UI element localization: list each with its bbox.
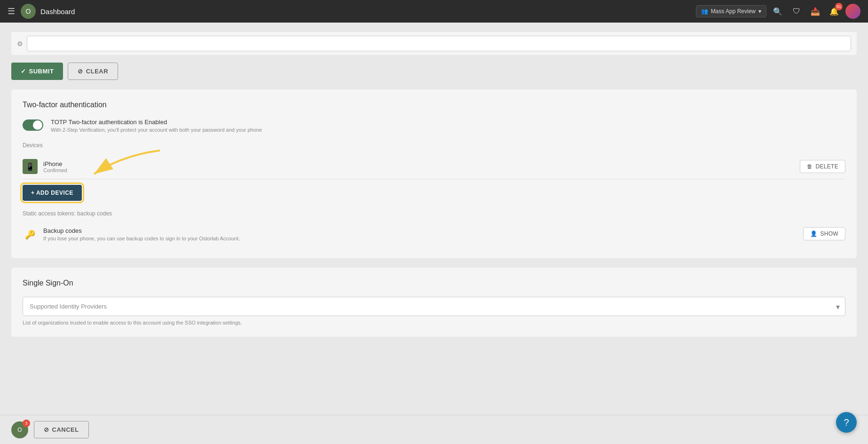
shield-button[interactable]: 🛡 [789, 4, 804, 19]
main-content: ⚙ ✓ SUBMIT ⊘ CLEAR Two-factor authentica… [0, 23, 868, 444]
backup-title: Backup codes [43, 227, 803, 234]
backup-codes-row: 🔑 Backup codes If you lose your phone, y… [23, 222, 845, 247]
sso-title: Single Sign-On [23, 279, 845, 287]
delete-device-button[interactable]: 🗑 DELETE [800, 160, 845, 173]
sso-select-wrapper: Supported Identity Providers ▾ [23, 297, 845, 316]
device-icon: 📱 [23, 159, 38, 174]
show-backup-button[interactable]: 👤 SHOW [803, 227, 845, 240]
mass-review-label: Mass App Review [711, 8, 756, 15]
toggle-text: TOTP Two-factor authentication is Enable… [51, 119, 262, 133]
backup-key-icon: 🔑 [23, 227, 38, 242]
clear-button[interactable]: ⊘ CLEAR [68, 63, 118, 80]
device-info: iPhone Confirmed [43, 160, 800, 173]
action-buttons: ✓ SUBMIT ⊘ CLEAR [11, 63, 857, 80]
inbox-button[interactable]: 📥 [808, 4, 823, 19]
help-button[interactable]: ? [836, 412, 857, 433]
mass-review-icon: 👥 [701, 8, 708, 15]
device-row: 📱 iPhone Confirmed 🗑 DELETE [23, 154, 845, 179]
mass-review-chevron-icon: ▾ [758, 8, 761, 15]
bottom-logo-text: O [17, 427, 22, 433]
show-label: SHOW [820, 230, 838, 237]
add-device-button[interactable]: + ADD DEVICE [23, 185, 82, 201]
notification-badge: 91 [835, 3, 843, 10]
identity-providers-select[interactable]: Supported Identity Providers [23, 297, 845, 316]
search-button[interactable]: 🔍 [770, 4, 785, 19]
backup-desc: If you lose your phone, you can use back… [43, 236, 803, 241]
nav-right-controls: 👥 Mass App Review ▾ 🔍 🛡 📥 🔔 91 [696, 4, 860, 19]
mass-app-review-button[interactable]: 👥 Mass App Review ▾ [696, 5, 766, 17]
shield-icon: 🛡 [793, 7, 800, 16]
cancel-label: CANCEL [52, 426, 79, 433]
toggle-desc: With 2-Step Verification, you'll protect… [51, 127, 262, 133]
backup-info: Backup codes If you lose your phone, you… [43, 227, 803, 241]
device-status: Confirmed [43, 167, 800, 173]
sso-section: Single Sign-On Supported Identity Provid… [11, 268, 857, 337]
bottom-badge: 3 [23, 420, 30, 427]
search-icon: 🔍 [773, 7, 782, 16]
nav-title: Dashboard [40, 8, 696, 16]
cancel-circle-icon: ⊘ [44, 426, 49, 433]
bottom-logo: O 3 [11, 421, 28, 438]
totp-toggle-row: TOTP Two-factor authentication is Enable… [23, 119, 845, 133]
submit-button[interactable]: ✓ SUBMIT [11, 63, 63, 80]
clear-circle-icon: ⊘ [78, 68, 83, 75]
hamburger-menu-icon[interactable]: ☰ [8, 6, 15, 16]
top-input-area: ⚙ [11, 32, 857, 55]
delete-icon: 🗑 [807, 163, 813, 170]
user-avatar[interactable] [845, 4, 860, 19]
totp-toggle[interactable] [23, 119, 43, 131]
add-device-label: + ADD DEVICE [31, 190, 73, 196]
static-tokens-label: Static access tokens: backup codes [23, 210, 845, 217]
main-input[interactable] [27, 36, 851, 51]
input-icon: ⚙ [17, 40, 23, 48]
device-name: iPhone [43, 160, 800, 167]
submit-check-icon: ✓ [21, 68, 26, 75]
inbox-icon: 📥 [811, 7, 820, 16]
clear-label: CLEAR [86, 68, 108, 75]
two-factor-title: Two-factor authentication [23, 101, 845, 109]
devices-label: Devices [23, 142, 845, 149]
sso-hint: List of organizations trusted to enable … [23, 320, 845, 325]
submit-label: SUBMIT [29, 68, 54, 75]
input-row: ⚙ [11, 32, 857, 55]
notifications-button[interactable]: 🔔 91 [827, 4, 842, 19]
help-icon: ? [844, 417, 849, 428]
bottom-bar: O 3 ⊘ CANCEL [0, 415, 868, 444]
add-device-container: + ADD DEVICE [23, 185, 845, 201]
delete-label: DELETE [816, 163, 838, 170]
top-navigation: ☰ O Dashboard 👥 Mass App Review ▾ 🔍 🛡 📥 … [0, 0, 868, 23]
two-factor-section: Two-factor authentication TOTP Two-facto… [11, 89, 857, 258]
show-icon: 👤 [810, 230, 817, 237]
toggle-title: TOTP Two-factor authentication is Enable… [51, 119, 262, 126]
nav-logo: O [21, 4, 36, 19]
cancel-button[interactable]: ⊘ CANCEL [34, 421, 89, 438]
